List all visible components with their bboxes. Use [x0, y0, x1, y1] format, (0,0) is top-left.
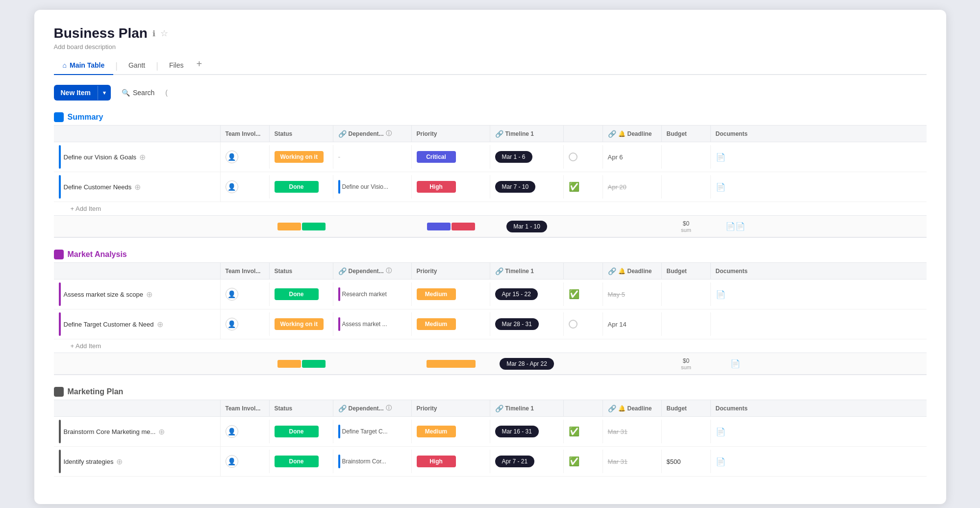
deadline-check-done[interactable]: ✅ — [569, 289, 579, 300]
cell-priority[interactable]: Medium — [412, 420, 490, 443]
section-marketing-title[interactable]: Marketing Plan — [68, 387, 124, 396]
avatar[interactable]: 👤 — [226, 455, 238, 468]
avatar[interactable]: 👤 — [226, 318, 238, 330]
new-item-arrow[interactable]: ▾ — [98, 86, 111, 100]
section-market-title[interactable]: Market Analysis — [68, 250, 127, 259]
cell-priority[interactable]: Critical — [412, 145, 490, 169]
cell-team[interactable]: 👤 — [221, 420, 270, 443]
cell-status[interactable]: Done — [270, 420, 333, 443]
cell-status[interactable]: Done — [270, 175, 333, 199]
avatar[interactable]: 👤 — [226, 425, 238, 438]
deadline-check-done[interactable]: ✅ — [569, 181, 579, 192]
cell-timeline[interactable]: Mar 1 - 6 — [490, 145, 564, 169]
cell-documents — [711, 312, 760, 336]
cell-status[interactable]: Done — [270, 450, 333, 473]
priority-badge[interactable]: Medium — [417, 288, 456, 300]
priority-badge[interactable]: Medium — [417, 426, 456, 437]
section-summary-title[interactable]: Summary — [68, 113, 103, 122]
search-button[interactable]: 🔍 Search — [116, 85, 160, 101]
cell-deadline-check[interactable]: ✅ — [564, 175, 603, 199]
add-item-button[interactable]: + Add Item — [54, 339, 927, 353]
new-item-button[interactable]: New Item ▾ — [54, 85, 111, 101]
timeline-badge: Mar 16 - 31 — [495, 426, 539, 437]
status-badge[interactable]: Done — [275, 288, 319, 300]
info-icon[interactable]: ℹ — [152, 29, 155, 38]
add-person-icon[interactable]: ⊕ — [157, 320, 163, 329]
col-team: Team Invol... — [221, 126, 270, 142]
cell-deadline-check[interactable]: ✅ — [564, 420, 603, 443]
cell-documents[interactable]: 📄 — [711, 420, 760, 443]
cell-documents[interactable]: 📄 — [711, 145, 760, 169]
priority-badge[interactable]: Medium — [417, 318, 456, 330]
tab-gantt[interactable]: Gantt — [120, 57, 154, 75]
cell-deadline: Apr 20 — [603, 175, 662, 199]
status-badge[interactable]: Done — [275, 181, 319, 193]
cell-timeline[interactable]: Apr 15 - 22 — [490, 282, 564, 306]
cell-status[interactable]: Done — [270, 282, 333, 306]
summary-status-cell — [270, 220, 333, 233]
cell-deadline-check[interactable]: ✅ — [564, 450, 603, 473]
col-budget: Budget — [662, 263, 711, 279]
deadline-check-empty[interactable] — [569, 320, 578, 329]
market-col-headers: Team Invol... Status 🔗 Dependent... ⓘ Pr… — [54, 262, 927, 279]
add-person-icon[interactable]: ⊕ — [139, 152, 146, 162]
cell-priority[interactable]: High — [412, 175, 490, 199]
status-badge[interactable]: Done — [275, 456, 319, 467]
doc-icon[interactable]: 📄 — [716, 427, 726, 436]
mini-bar — [277, 223, 301, 230]
avatar[interactable]: 👤 — [226, 180, 238, 193]
cell-team[interactable]: 👤 — [221, 282, 270, 306]
add-person-icon[interactable]: ⊕ — [134, 182, 141, 192]
doc-icon[interactable]: 📄 — [716, 182, 726, 192]
doc-icon[interactable]: 📄 — [716, 152, 726, 162]
status-badge[interactable]: Done — [275, 426, 319, 437]
cell-deadline-check[interactable]: ✅ — [564, 282, 603, 306]
board-description[interactable]: Add board description — [54, 43, 927, 51]
add-item-button[interactable]: + Add Item — [54, 202, 927, 215]
cell-team[interactable]: 👤 — [221, 145, 270, 169]
doc-icon: 📄 — [730, 359, 740, 368]
cell-priority[interactable]: Medium — [412, 312, 490, 336]
status-badge[interactable]: Working on it — [275, 151, 324, 163]
summary-col-headers: Team Invol... Status 🔗 Dependent... ⓘ Pr… — [54, 125, 927, 142]
cell-documents[interactable]: 📄 — [711, 450, 760, 473]
cell-status[interactable]: Working on it — [270, 312, 333, 336]
add-person-icon[interactable]: ⊕ — [146, 290, 152, 299]
cell-status[interactable]: Working on it — [270, 145, 333, 169]
add-person-icon[interactable]: ⊕ — [116, 457, 123, 466]
star-icon[interactable]: ☆ — [160, 28, 168, 39]
cell-timeline[interactable]: Mar 28 - 31 — [490, 312, 564, 336]
col-status: Status — [270, 263, 333, 279]
cell-team[interactable]: 👤 — [221, 175, 270, 199]
deadline-check-done[interactable]: ✅ — [569, 456, 579, 467]
avatar[interactable]: 👤 — [226, 151, 238, 163]
deadline-check-done[interactable]: ✅ — [569, 426, 579, 437]
priority-badge[interactable]: High — [417, 181, 456, 193]
priority-badge[interactable]: Critical — [417, 151, 456, 163]
tab-main-table[interactable]: ⌂ Main Table — [54, 57, 114, 75]
summary-timeline-badge: Mar 1 - 10 — [506, 221, 547, 232]
doc-icon[interactable]: 📄 — [716, 290, 726, 299]
cell-documents[interactable]: 📄 — [711, 175, 760, 199]
cell-priority[interactable]: High — [412, 450, 490, 473]
cell-timeline[interactable]: Mar 7 - 10 — [490, 175, 564, 199]
cell-deadline-check[interactable] — [564, 312, 603, 336]
cell-priority[interactable]: Medium — [412, 282, 490, 306]
cell-documents[interactable]: 📄 — [711, 282, 760, 306]
table-row: Define our Vision & Goals ⊕ 👤 Working on… — [54, 142, 927, 172]
cell-timeline[interactable]: Mar 16 - 31 — [490, 420, 564, 443]
cell-team[interactable]: 👤 — [221, 450, 270, 473]
add-person-icon[interactable]: ⊕ — [158, 427, 165, 436]
add-tab-button[interactable]: + — [192, 58, 206, 75]
status-badge[interactable]: Working on it — [275, 318, 324, 330]
cell-team[interactable]: 👤 — [221, 312, 270, 336]
col-name — [54, 263, 221, 279]
deadline-check-empty[interactable] — [569, 152, 578, 161]
cell-timeline[interactable]: Apr 7 - 21 — [490, 450, 564, 473]
doc-icon[interactable]: 📄 — [716, 457, 726, 466]
avatar[interactable]: 👤 — [226, 288, 238, 301]
priority-badge[interactable]: High — [417, 456, 456, 467]
tab-files[interactable]: Files — [160, 57, 193, 75]
cell-deadline-check[interactable] — [564, 145, 603, 169]
summary-name-cell — [54, 361, 221, 367]
